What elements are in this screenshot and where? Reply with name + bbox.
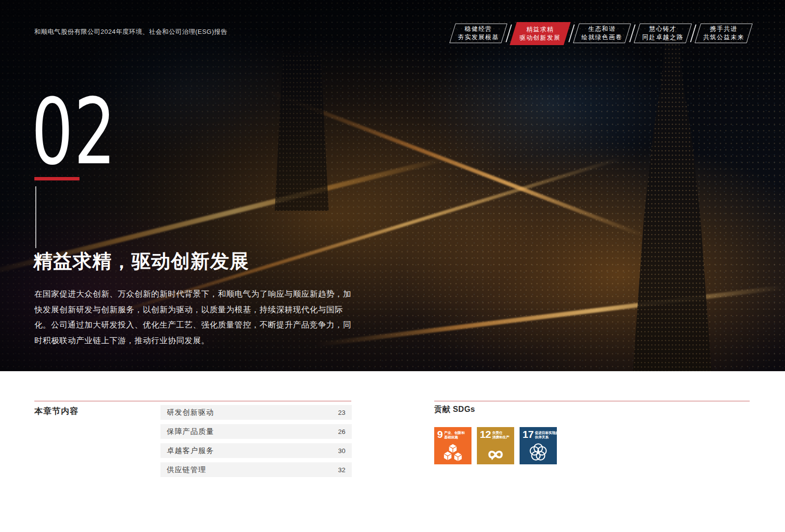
tab-label: 慧心铸才同赴卓越之路 xyxy=(642,25,683,42)
tab-label: 生态和谐绘就绿色画卷 xyxy=(581,25,623,42)
toc-item-page: 26 xyxy=(338,428,345,435)
chapter-tab-bar: 稳健经营夯实发展根基 精益求精驱动创新发展 生态和谐绘就绿色画卷 慧心铸才同赴卓… xyxy=(452,22,750,45)
sdg-tile-header: 9 产业、创新和基础设施 xyxy=(437,430,469,439)
esg-report-page: 和顺电气股份有限公司2024年度环境、社会和公司治理(ESG)报告 稳健经营夯实… xyxy=(0,0,785,532)
toc-item[interactable]: 供应链管理 32 xyxy=(160,462,352,477)
toc-item-page: 32 xyxy=(338,466,345,474)
chapter-red-underline xyxy=(34,177,79,180)
sdg-heading: 贡献 SDGs xyxy=(434,405,475,415)
sdg-title: 促进目标实现的伙伴关系 xyxy=(535,431,559,439)
section-rule-left xyxy=(34,401,351,402)
chapter-title: 精益求精，驱动创新发展 xyxy=(33,248,249,275)
tab-innovation-active[interactable]: 精益求精驱动创新发展 xyxy=(510,22,571,45)
sdg-17-tile: 17 促进目标实现的伙伴关系 xyxy=(520,427,557,464)
tab-ecology[interactable]: 生态和谐绘就绿色画卷 xyxy=(573,24,631,43)
hero-skyscraper-silhouette xyxy=(633,29,711,371)
chapter-vertical-line xyxy=(35,186,36,248)
chapter-intro: 在国家促进大众创新、万众创新的新时代背景下，和顺电气为了响应与顺应新趋势，加快发… xyxy=(34,286,356,348)
sdg-tile-header: 12 负责任消费和生产 xyxy=(480,430,511,439)
toc-item-label: 卓越客户服务 xyxy=(167,446,214,456)
sdg-number: 12 xyxy=(480,430,491,439)
tab-talent[interactable]: 慧心铸才同赴卓越之路 xyxy=(634,24,692,43)
tab-label: 携手共进共筑公益未来 xyxy=(703,25,744,42)
report-title: 和顺电气股份有限公司2024年度环境、社会和公司治理(ESG)报告 xyxy=(34,27,228,36)
hero-skyscraper-silhouette xyxy=(275,54,329,211)
toc-item[interactable]: 研发创新驱动 23 xyxy=(160,405,352,420)
sdg12-infinity-icon xyxy=(477,447,514,462)
section-rule-right xyxy=(434,401,750,402)
sdg-number: 9 xyxy=(437,430,443,439)
toc-item-label: 供应链管理 xyxy=(167,465,206,475)
hero-highway-streak xyxy=(268,90,645,237)
toc-item[interactable]: 保障产品质量 26 xyxy=(160,424,352,439)
tab-steady-operation[interactable]: 稳健经营夯实发展根基 xyxy=(449,24,507,43)
tab-public-welfare[interactable]: 携手共进共筑公益未来 xyxy=(695,24,753,43)
sdg-title: 负责任消费和生产 xyxy=(492,431,509,439)
tab-label: 精益求精驱动创新发展 xyxy=(520,25,561,42)
toc-heading: 本章节内容 xyxy=(34,405,78,417)
sdg-title: 产业、创新和基础设施 xyxy=(444,431,465,439)
sdg9-cubes-icon xyxy=(434,443,471,462)
sdg17-circles-icon xyxy=(520,442,557,462)
toc-item-label: 保障产品质量 xyxy=(167,427,214,436)
sdg-9-tile: 9 产业、创新和基础设施 xyxy=(434,427,471,464)
sdg-number: 17 xyxy=(523,430,533,439)
toc-item-page: 30 xyxy=(338,447,345,455)
chapter-toc: 研发创新驱动 23 保障产品质量 26 卓越客户服务 30 供应链管理 32 xyxy=(160,405,352,481)
tab-label: 稳健经营夯实发展根基 xyxy=(458,25,499,42)
toc-item-label: 研发创新驱动 xyxy=(167,408,214,417)
hero-highway-streak xyxy=(315,285,784,347)
toc-item-page: 23 xyxy=(338,409,345,416)
sdg-12-tile: 12 负责任消费和生产 xyxy=(477,427,514,464)
toc-item[interactable]: 卓越客户服务 30 xyxy=(160,443,352,458)
chapter-number: 02 xyxy=(31,86,116,177)
sdg-tile-header: 17 促进目标实现的伙伴关系 xyxy=(523,430,554,439)
sdg-icon-row: 9 产业、创新和基础设施 xyxy=(434,427,557,464)
